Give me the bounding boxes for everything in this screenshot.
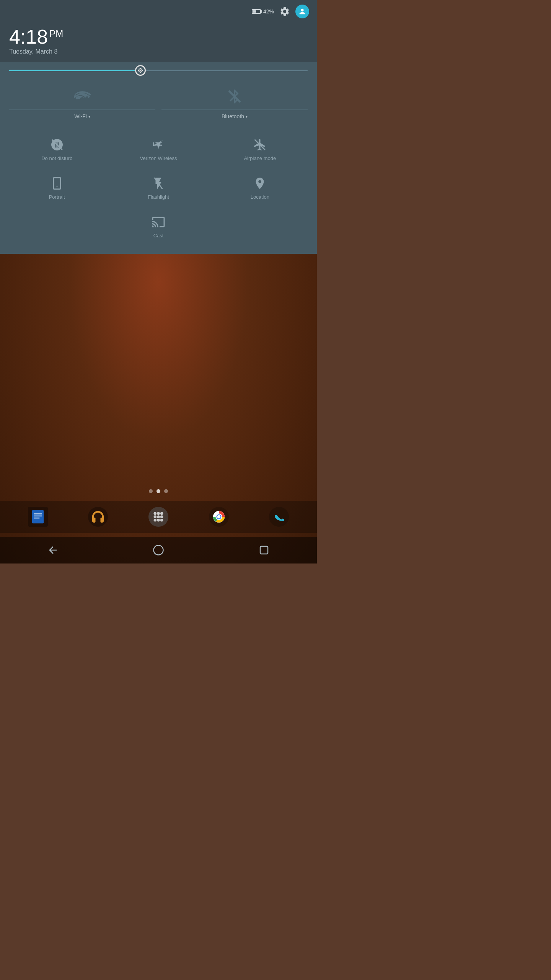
svg-point-17 — [160, 515, 163, 518]
portrait-icon — [50, 176, 64, 190]
verizon-wireless-tile[interactable]: LTE Verizon Wireless — [108, 132, 209, 167]
svg-point-14 — [160, 512, 163, 515]
location-icon — [253, 176, 267, 190]
battery-icon — [252, 9, 261, 14]
time-value: 4:18 — [9, 26, 48, 48]
date-display: Tuesday, March 8 — [9, 48, 308, 55]
svg-point-18 — [154, 519, 157, 522]
home-button[interactable] — [151, 542, 166, 558]
bluetooth-label: Bluetooth — [222, 113, 244, 119]
location-label: Location — [251, 194, 269, 200]
wifi-label-row: Wi-Fi ▾ — [74, 113, 90, 119]
cast-row: Cast — [6, 209, 311, 245]
brightness-filled — [9, 70, 140, 71]
small-tiles-row-2: Portrait Flashlight L — [6, 170, 311, 206]
page-dot-1 — [149, 489, 153, 493]
page-dot-2 — [156, 489, 160, 493]
headphones-dock-icon[interactable] — [86, 505, 109, 528]
back-button[interactable] — [45, 542, 60, 558]
location-tile[interactable]: Location — [209, 170, 311, 206]
navigation-bar — [0, 537, 317, 564]
notification-shade: 42% 4:18PM Tuesday, March 8 — [0, 0, 317, 254]
airplane-mode-label: Airplane mode — [244, 155, 276, 161]
do-not-disturb-icon — [50, 138, 64, 152]
recents-button[interactable] — [256, 542, 272, 558]
time-date-section: 4:18PM Tuesday, March 8 — [0, 21, 317, 62]
svg-point-19 — [157, 519, 160, 522]
flashlight-label: Flashlight — [148, 194, 169, 200]
user-avatar[interactable] — [295, 5, 309, 18]
svg-rect-8 — [34, 516, 42, 516]
svg-point-24 — [217, 515, 220, 519]
svg-rect-6 — [32, 510, 44, 524]
wifi-label: Wi-Fi — [74, 113, 87, 119]
verizon-wireless-icon: LTE — [152, 138, 165, 152]
bluetooth-icon-area — [225, 87, 245, 106]
svg-rect-7 — [34, 513, 42, 514]
wifi-toggle[interactable]: Wi-Fi ▾ — [6, 82, 158, 126]
portrait-tile[interactable]: Portrait — [6, 170, 108, 206]
svg-point-26 — [154, 546, 163, 555]
bluetooth-label-row: Bluetooth ▾ — [222, 113, 248, 119]
phone-dock-icon[interactable] — [267, 505, 290, 528]
svg-rect-25 — [269, 507, 289, 527]
portrait-label: Portrait — [49, 194, 65, 200]
page-dot-3 — [164, 489, 168, 493]
svg-point-13 — [157, 512, 160, 515]
brightness-slider[interactable] — [9, 70, 308, 71]
bluetooth-toggle[interactable]: Bluetooth ▾ — [158, 82, 311, 126]
svg-rect-10 — [88, 507, 108, 527]
svg-rect-27 — [260, 546, 268, 554]
app-dock — [0, 501, 317, 533]
status-bar: 42% — [0, 0, 317, 21]
google-docs-dock-icon[interactable] — [26, 505, 49, 528]
page-indicators — [0, 489, 317, 493]
svg-point-12 — [154, 512, 157, 515]
brightness-thumb[interactable] — [135, 65, 146, 76]
small-tiles-row-1: Do not disturb LTE Verizon Wireless — [6, 132, 311, 167]
settings-icon[interactable] — [279, 6, 290, 17]
quick-settings-panel: Wi-Fi ▾ Bluetooth ▾ — [0, 62, 317, 254]
bluetooth-dropdown-arrow[interactable]: ▾ — [246, 114, 248, 119]
airplane-mode-icon — [253, 138, 267, 152]
wifi-divider — [9, 109, 155, 110]
app-drawer-dock-icon[interactable] — [147, 505, 170, 528]
svg-point-20 — [160, 519, 163, 522]
time-display: 4:18PM — [9, 27, 308, 47]
flashlight-icon — [152, 176, 165, 190]
bluetooth-divider — [161, 109, 308, 110]
chrome-dock-icon[interactable] — [207, 505, 230, 528]
svg-point-16 — [157, 515, 160, 518]
flashlight-tile[interactable]: Flashlight — [108, 170, 209, 206]
brightness-row[interactable] — [6, 70, 311, 71]
verizon-wireless-label: Verizon Wireless — [140, 155, 177, 161]
cast-label: Cast — [153, 233, 164, 238]
do-not-disturb-label: Do not disturb — [41, 155, 72, 161]
battery-indicator: 42% — [252, 8, 274, 15]
airplane-mode-tile[interactable]: Airplane mode — [209, 132, 311, 167]
time-period: PM — [49, 28, 63, 39]
do-not-disturb-tile[interactable]: Do not disturb — [6, 132, 108, 167]
home-screen-bottom — [0, 489, 317, 533]
main-toggle-row: Wi-Fi ▾ Bluetooth ▾ — [6, 82, 311, 126]
wifi-icon-area — [72, 87, 92, 106]
svg-rect-9 — [34, 518, 39, 518]
cast-tile[interactable]: Cast — [108, 209, 209, 245]
cast-icon — [152, 215, 165, 229]
battery-percentage: 42% — [263, 8, 274, 15]
svg-point-15 — [154, 515, 157, 518]
wifi-dropdown-arrow[interactable]: ▾ — [88, 114, 90, 119]
